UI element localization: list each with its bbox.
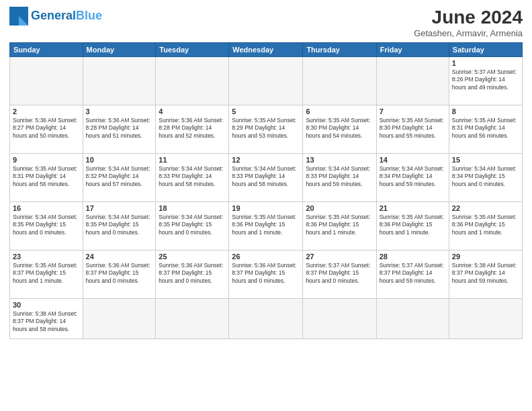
table-row: 25Sunrise: 5:36 AM Sunset: 8:37 PM Dayli…	[156, 250, 229, 299]
day-info: Sunrise: 5:37 AM Sunset: 8:37 PM Dayligh…	[306, 262, 373, 285]
day-number: 22	[452, 204, 519, 212]
table-row: 27Sunrise: 5:37 AM Sunset: 8:37 PM Dayli…	[303, 250, 376, 299]
table-row	[449, 299, 522, 339]
table-row	[83, 57, 156, 105]
day-info: Sunrise: 5:34 AM Sunset: 8:34 PM Dayligh…	[452, 165, 519, 188]
day-info: Sunrise: 5:36 AM Sunset: 8:28 PM Dayligh…	[159, 117, 226, 140]
day-number: 21	[380, 204, 446, 212]
day-number: 28	[380, 253, 446, 261]
table-row: 16Sunrise: 5:34 AM Sunset: 8:35 PM Dayli…	[10, 202, 83, 250]
page-header: GeneralBlue June 2024 Getashen, Armavir,…	[9, 7, 523, 38]
day-info: Sunrise: 5:36 AM Sunset: 8:37 PM Dayligh…	[86, 262, 153, 285]
day-number: 30	[13, 301, 80, 309]
table-row: 14Sunrise: 5:34 AM Sunset: 8:34 PM Dayli…	[376, 154, 449, 202]
col-wednesday: Wednesday	[229, 43, 303, 57]
day-info: Sunrise: 5:34 AM Sunset: 8:35 PM Dayligh…	[13, 214, 80, 236]
day-number: 27	[306, 253, 373, 261]
day-info: Sunrise: 5:36 AM Sunset: 8:37 PM Dayligh…	[232, 262, 300, 285]
day-info: Sunrise: 5:38 AM Sunset: 8:37 PM Dayligh…	[452, 262, 519, 285]
day-info: Sunrise: 5:35 AM Sunset: 8:36 PM Dayligh…	[232, 214, 300, 236]
logo-text: GeneralBlue	[31, 9, 102, 23]
day-number: 4	[159, 107, 226, 116]
table-row: 22Sunrise: 5:35 AM Sunset: 8:36 PM Dayli…	[449, 202, 522, 250]
table-row: 29Sunrise: 5:38 AM Sunset: 8:37 PM Dayli…	[449, 250, 522, 299]
col-friday: Friday	[376, 43, 449, 57]
day-number: 8	[452, 107, 519, 116]
day-info: Sunrise: 5:34 AM Sunset: 8:33 PM Dayligh…	[159, 165, 226, 188]
general-blue-logo-icon	[9, 7, 28, 26]
table-row	[303, 299, 376, 339]
table-row: 13Sunrise: 5:34 AM Sunset: 8:33 PM Dayli…	[303, 154, 376, 202]
table-row	[83, 299, 156, 339]
day-info: Sunrise: 5:35 AM Sunset: 8:29 PM Dayligh…	[232, 117, 300, 140]
svg-rect-1	[19, 7, 28, 16]
calendar-table: Sunday Monday Tuesday Wednesday Thursday…	[9, 42, 523, 339]
table-row	[229, 57, 303, 105]
col-sunday: Sunday	[10, 43, 83, 57]
table-row: 21Sunrise: 5:35 AM Sunset: 8:36 PM Dayli…	[376, 202, 449, 250]
day-number: 18	[159, 204, 226, 212]
day-number: 9	[13, 156, 80, 164]
svg-rect-0	[9, 7, 19, 26]
month-year-title: June 2024	[414, 7, 523, 28]
day-number: 26	[232, 253, 300, 261]
table-row: 6Sunrise: 5:35 AM Sunset: 8:30 PM Daylig…	[303, 105, 376, 154]
table-row: 2Sunrise: 5:36 AM Sunset: 8:27 PM Daylig…	[10, 105, 83, 154]
day-info: Sunrise: 5:34 AM Sunset: 8:34 PM Dayligh…	[380, 165, 446, 188]
day-number: 13	[306, 156, 373, 164]
day-info: Sunrise: 5:34 AM Sunset: 8:33 PM Dayligh…	[306, 165, 373, 188]
day-number: 19	[232, 204, 300, 212]
day-info: Sunrise: 5:38 AM Sunset: 8:37 PM Dayligh…	[13, 310, 80, 333]
table-row	[303, 57, 376, 105]
day-number: 29	[452, 253, 519, 261]
day-info: Sunrise: 5:35 AM Sunset: 8:30 PM Dayligh…	[306, 117, 373, 140]
table-row: 15Sunrise: 5:34 AM Sunset: 8:34 PM Dayli…	[449, 154, 522, 202]
table-row: 23Sunrise: 5:35 AM Sunset: 8:37 PM Dayli…	[10, 250, 83, 299]
table-row: 11Sunrise: 5:34 AM Sunset: 8:33 PM Dayli…	[156, 154, 229, 202]
day-number: 10	[86, 156, 153, 164]
table-row: 1Sunrise: 5:37 AM Sunset: 8:26 PM Daylig…	[449, 57, 522, 105]
day-number: 1	[452, 59, 519, 67]
day-info: Sunrise: 5:34 AM Sunset: 8:32 PM Dayligh…	[86, 165, 153, 188]
day-number: 14	[380, 156, 446, 164]
table-row	[156, 299, 229, 339]
table-row	[376, 299, 449, 339]
calendar-header-row: Sunday Monday Tuesday Wednesday Thursday…	[10, 43, 523, 57]
logo: GeneralBlue	[9, 7, 102, 26]
location-subtitle: Getashen, Armavir, Armenia	[414, 28, 523, 38]
table-row: 7Sunrise: 5:35 AM Sunset: 8:30 PM Daylig…	[376, 105, 449, 154]
table-row: 8Sunrise: 5:35 AM Sunset: 8:31 PM Daylig…	[449, 105, 522, 154]
table-row: 18Sunrise: 5:34 AM Sunset: 8:35 PM Dayli…	[156, 202, 229, 250]
day-number: 11	[159, 156, 226, 164]
day-info: Sunrise: 5:36 AM Sunset: 8:27 PM Dayligh…	[13, 117, 80, 140]
table-row: 20Sunrise: 5:35 AM Sunset: 8:36 PM Dayli…	[303, 202, 376, 250]
col-thursday: Thursday	[303, 43, 376, 57]
day-info: Sunrise: 5:34 AM Sunset: 8:33 PM Dayligh…	[232, 165, 300, 188]
col-saturday: Saturday	[449, 43, 522, 57]
day-info: Sunrise: 5:34 AM Sunset: 8:35 PM Dayligh…	[159, 214, 226, 236]
table-row: 26Sunrise: 5:36 AM Sunset: 8:37 PM Dayli…	[229, 250, 303, 299]
day-number: 7	[380, 107, 446, 116]
table-row: 10Sunrise: 5:34 AM Sunset: 8:32 PM Dayli…	[83, 154, 156, 202]
table-row	[229, 299, 303, 339]
table-row	[156, 57, 229, 105]
table-row: 9Sunrise: 5:35 AM Sunset: 8:31 PM Daylig…	[10, 154, 83, 202]
day-number: 15	[452, 156, 519, 164]
day-number: 2	[13, 107, 80, 116]
day-info: Sunrise: 5:37 AM Sunset: 8:26 PM Dayligh…	[452, 68, 519, 91]
day-info: Sunrise: 5:35 AM Sunset: 8:36 PM Dayligh…	[452, 214, 519, 236]
title-block: June 2024 Getashen, Armavir, Armenia	[414, 7, 523, 38]
day-info: Sunrise: 5:36 AM Sunset: 8:28 PM Dayligh…	[86, 117, 153, 140]
day-number: 16	[13, 204, 80, 212]
day-info: Sunrise: 5:35 AM Sunset: 8:30 PM Dayligh…	[380, 117, 446, 140]
table-row: 19Sunrise: 5:35 AM Sunset: 8:36 PM Dayli…	[229, 202, 303, 250]
day-info: Sunrise: 5:35 AM Sunset: 8:31 PM Dayligh…	[452, 117, 519, 140]
table-row: 3Sunrise: 5:36 AM Sunset: 8:28 PM Daylig…	[83, 105, 156, 154]
table-row: 24Sunrise: 5:36 AM Sunset: 8:37 PM Dayli…	[83, 250, 156, 299]
table-row: 12Sunrise: 5:34 AM Sunset: 8:33 PM Dayli…	[229, 154, 303, 202]
table-row	[10, 57, 83, 105]
logo-general: General	[31, 9, 76, 22]
day-number: 23	[13, 253, 80, 261]
table-row: 17Sunrise: 5:34 AM Sunset: 8:35 PM Dayli…	[83, 202, 156, 250]
day-number: 24	[86, 253, 153, 261]
